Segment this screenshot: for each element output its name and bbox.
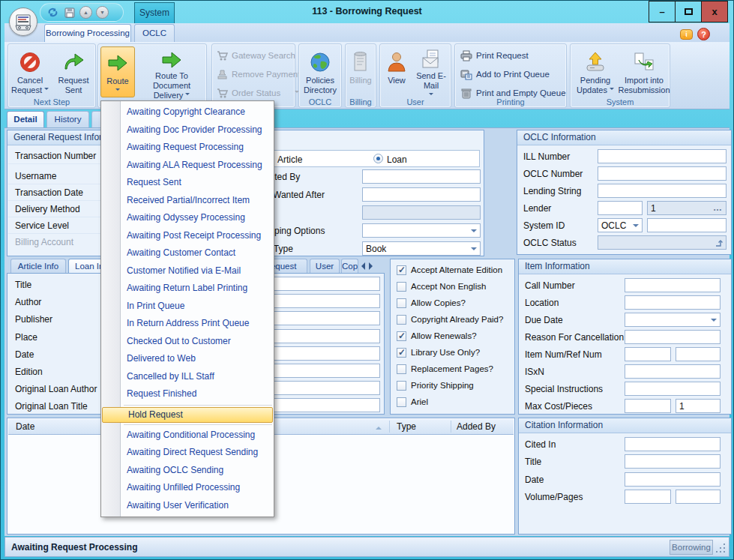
menu-item-request-finished[interactable]: Request Finished — [101, 385, 274, 403]
view-user-button[interactable]: View — [382, 46, 411, 97]
view-label: View — [388, 76, 406, 85]
menu-item-awaiting-doc-provider-processing[interactable]: Awaiting Doc Provider Processing — [101, 121, 274, 139]
print-request-button[interactable]: Print Request — [460, 47, 529, 64]
not-wanted-after-input[interactable] — [362, 187, 481, 202]
checkbox-allow-renewals[interactable] — [397, 331, 406, 341]
order-status-button[interactable]: Order Status — [217, 85, 299, 101]
minimize-button[interactable]: – — [649, 1, 676, 22]
shipping-options-combo[interactable] — [362, 223, 481, 238]
pending-updates-button[interactable]: Pending Updates — [573, 46, 618, 97]
menu-item-awaiting-return-label-printing[interactable]: Awaiting Return Label Printing — [101, 280, 274, 298]
column-header-added-by[interactable]: Added By — [457, 419, 496, 435]
tab-history[interactable]: History — [46, 111, 89, 127]
special-instructions-input[interactable] — [625, 382, 721, 396]
menu-item-request-sent[interactable]: Request Sent — [101, 174, 274, 192]
request-sent-button[interactable]: Request Sent — [53, 46, 94, 97]
checkbox-allow-copies[interactable] — [397, 298, 406, 308]
wanted-by-input[interactable] — [362, 169, 481, 184]
menu-item-awaiting-unfilled-processing[interactable]: Awaiting Unfilled Processing — [101, 479, 274, 497]
menu-item-awaiting-copyright-clearance[interactable]: Awaiting Copyright Clearance — [101, 103, 274, 121]
route-button[interactable]: Route — [100, 46, 135, 97]
lending-string-input[interactable] — [598, 184, 727, 198]
add-to-print-queue-button[interactable]: Add to Print Queue — [460, 66, 550, 82]
menu-item-cancelled-by-ill-staff[interactable]: Cancelled by ILL Staff — [101, 368, 274, 386]
checkbox-ariel[interactable] — [397, 397, 406, 407]
checkbox-accept-non-english[interactable] — [397, 282, 406, 292]
send-email-button[interactable]: Send E-Mail — [412, 46, 451, 97]
tab-copy[interactable]: Copy — [341, 259, 358, 273]
tab-borrowing-processing[interactable]: Borrowing Processing — [44, 24, 131, 42]
panel-oclc-information: OCLC Information ILL Number OCLC Number … — [517, 130, 732, 255]
call-number-input[interactable] — [625, 278, 721, 292]
field-label-transaction-number: Transaction Number — [15, 151, 96, 161]
pieces-input[interactable]: 1 — [676, 399, 721, 413]
menu-item-awaiting-direct-request-sending[interactable]: Awaiting Direct Request Sending — [101, 444, 274, 462]
pages-input[interactable] — [676, 490, 721, 504]
max-cost-input[interactable] — [625, 399, 671, 413]
lender-input[interactable] — [598, 201, 643, 215]
menu-item-in-return-address-print-queue[interactable]: In Return Address Print Queue — [101, 315, 274, 333]
remove-payment-button[interactable]: Remove Payment — [217, 66, 300, 82]
refresh-status-icon[interactable] — [715, 239, 724, 247]
column-header-type[interactable]: Type — [397, 419, 416, 435]
close-button[interactable]: x — [701, 1, 728, 22]
menu-item-hold-request[interactable]: Hold Request — [102, 407, 273, 423]
menu-item-delivered-to-web[interactable]: Delivered to Web — [101, 350, 274, 368]
checkbox-accept-alternate-edition[interactable] — [397, 265, 406, 275]
menu-item-awaiting-oclc-sending[interactable]: Awaiting OCLC Sending — [101, 462, 274, 480]
location-input[interactable] — [625, 295, 721, 310]
tab-oclc[interactable]: OCLC — [134, 24, 175, 42]
title-bar[interactable]: ▲ ▼ System 113 - Borrowing Request – x — [1, 1, 733, 23]
tab-article-info[interactable]: Article Info — [10, 259, 66, 273]
import-into-resubmission-button[interactable]: Import into Resubmission — [619, 46, 670, 97]
due-date-combo[interactable] — [625, 313, 721, 327]
checkbox-priority-shipping[interactable] — [397, 381, 406, 391]
reason-for-cancellation-input[interactable] — [625, 330, 721, 344]
ref-num-input[interactable] — [676, 347, 721, 361]
document-type-combo[interactable]: Book — [362, 241, 481, 256]
ellipsis-button[interactable]: … — [713, 202, 723, 213]
menu-item-awaiting-request-processing[interactable]: Awaiting Request Processing — [101, 139, 274, 157]
radio-loan[interactable] — [373, 154, 383, 163]
help-icon[interactable]: ? — [697, 28, 710, 40]
tab-user[interactable]: User — [310, 259, 340, 273]
menu-item-awaiting-post-receipt-processing[interactable]: Awaiting Post Receipt Processing — [101, 227, 274, 245]
tab-scroll-right-icon[interactable] — [369, 262, 376, 270]
menu-item-awaiting-odyssey-processing[interactable]: Awaiting Odyssey Processing — [101, 209, 274, 227]
item-num-input[interactable] — [625, 347, 671, 361]
application-menu-icon[interactable] — [9, 7, 37, 36]
route-to-document-delivery-button[interactable]: Route To Document Delivery — [137, 46, 206, 97]
system-id-input[interactable] — [647, 218, 727, 232]
menu-item-in-print-queue[interactable]: In Print Queue — [101, 298, 274, 316]
maximize-button[interactable] — [675, 1, 702, 22]
lender-copies-field[interactable]: 1 … — [647, 201, 727, 215]
menu-item-awaiting-user-verification[interactable]: Awaiting User Verification — [101, 497, 274, 515]
menu-item-awaiting-customer-contact[interactable]: Awaiting Customer Contact — [101, 244, 274, 262]
volume-input[interactable] — [625, 490, 671, 504]
menu-item-customer-notified-via-email[interactable]: Customer Notified via E-Mail — [101, 262, 274, 280]
tab-scroll-left-icon[interactable] — [358, 262, 365, 270]
cancel-request-button[interactable]: Cancel Request — [10, 46, 50, 97]
gateway-search-button[interactable]: Gateway Search — [217, 47, 295, 64]
citation-date-input[interactable] — [625, 472, 721, 487]
system-id-combo[interactable]: OCLC — [598, 218, 643, 232]
column-header-date[interactable]: Date — [16, 419, 34, 435]
tab-detail[interactable]: Detail — [7, 111, 44, 127]
menu-item-checked-out-to-customer[interactable]: Checked Out to Customer — [101, 333, 274, 351]
cited-in-input[interactable] — [625, 437, 721, 451]
isxn-input[interactable] — [625, 364, 721, 379]
info-bubble-icon[interactable]: i — [680, 29, 693, 40]
checkbox-copyright-already-paid[interactable] — [397, 315, 406, 325]
citation-title-input[interactable] — [625, 454, 721, 469]
chevron-down-icon — [471, 247, 477, 253]
checkbox-library-use-only[interactable] — [397, 348, 406, 358]
menu-item-awaiting-ala-request-processing[interactable]: Awaiting ALA Request Processing — [101, 157, 274, 175]
oclc-number-input[interactable] — [598, 166, 727, 181]
ribbon-group-billing: Billing Billing — [345, 43, 376, 108]
billing-button[interactable]: Billing — [347, 46, 374, 97]
menu-item-awaiting-conditional-processing[interactable]: Awaiting Conditional Processing — [101, 427, 274, 445]
ill-number-input[interactable] — [598, 149, 727, 163]
checkbox-replacement-pages[interactable] — [397, 364, 406, 374]
policies-directory-button[interactable]: Policies Directory — [301, 46, 340, 97]
menu-item-received-partial-incorrect-item[interactable]: Received Partial/Incorrect Item — [101, 192, 274, 210]
